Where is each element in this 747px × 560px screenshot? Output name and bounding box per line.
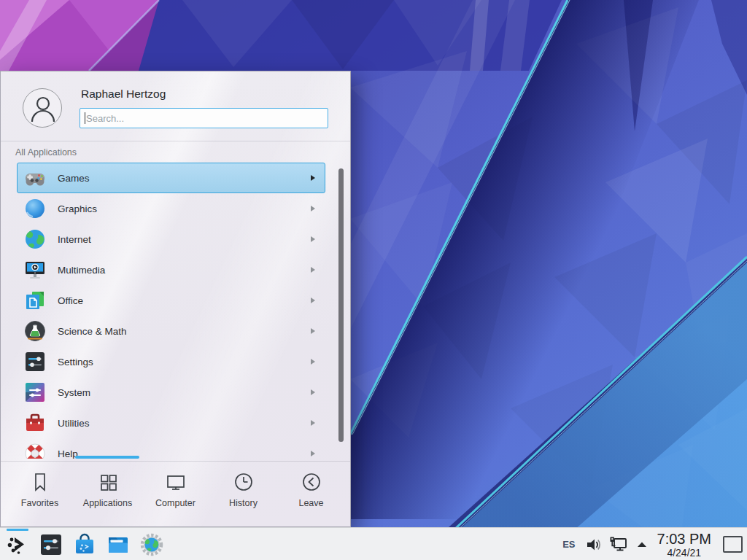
submenu-arrow-icon: [311, 451, 315, 456]
utilities-icon: [23, 411, 47, 435]
tab-label: Leave: [298, 498, 323, 508]
tab-computer[interactable]: Computer: [142, 462, 209, 527]
discover-icon: [73, 533, 96, 556]
digital-clock[interactable]: 7:03 PM 4/24/21: [656, 532, 713, 558]
text-cursor: [85, 112, 85, 124]
user-avatar[interactable]: [23, 88, 62, 128]
category-row-help[interactable]: Help: [17, 438, 325, 459]
active-tab-indicator: [75, 456, 139, 459]
tab-label: Applications: [83, 498, 132, 508]
category-row-graphics[interactable]: Graphics: [17, 193, 325, 224]
user-name: Raphael Hertzog: [81, 88, 166, 101]
category-label: Settings: [58, 357, 93, 368]
submenu-arrow-icon: [311, 267, 315, 273]
category-row-utilities[interactable]: Utilities: [17, 408, 325, 438]
application-launcher-button[interactable]: [6, 528, 29, 560]
scrollbar-thumb[interactable]: [338, 168, 344, 442]
category-label: System: [58, 387, 90, 398]
category-row-multimedia[interactable]: Multimedia: [17, 254, 325, 285]
category-label: Office: [58, 295, 83, 306]
submenu-arrow-icon: [311, 359, 315, 365]
office-icon: [23, 289, 47, 312]
category-row-system[interactable]: System: [17, 377, 325, 408]
application-launcher-menu: Raphael Hertzog All Applications Games: [0, 71, 351, 527]
tab-applications[interactable]: Applications: [74, 462, 142, 527]
system-tray: ES 7:03 PM 4/24/21: [561, 528, 743, 560]
file-manager-button[interactable]: [107, 528, 130, 560]
discover-button[interactable]: [73, 528, 96, 560]
category-label: Graphics: [58, 203, 97, 214]
search-input[interactable]: [80, 108, 328, 128]
submenu-arrow-icon: [311, 389, 315, 395]
graphics-icon: [23, 197, 47, 220]
system-settings-button[interactable]: [39, 528, 63, 560]
expand-tray-icon[interactable]: [635, 538, 649, 551]
computer-icon: [165, 471, 187, 493]
category-row-games[interactable]: Games: [17, 163, 325, 193]
category-row-settings[interactable]: Settings: [17, 346, 325, 377]
category-label: Games: [58, 173, 90, 184]
file-manager-icon: [107, 533, 130, 556]
category-label: Utilities: [58, 418, 90, 429]
tab-history[interactable]: History: [209, 462, 277, 527]
user-icon: [23, 89, 63, 128]
tab-label: Favorites: [21, 498, 58, 508]
science-icon: [23, 319, 47, 343]
category-label: Multimedia: [58, 265, 105, 276]
category-label: Science & Math: [58, 326, 127, 337]
submenu-arrow-icon: [311, 420, 315, 426]
games-icon: [23, 166, 47, 190]
system-icon: [23, 381, 47, 404]
clock-date: 4/24/21: [667, 548, 701, 558]
applications-icon: [97, 471, 119, 493]
internet-icon: [23, 228, 47, 251]
category-row-internet[interactable]: Internet: [17, 224, 325, 254]
search-box: [80, 108, 328, 128]
application-launcher-icon: [6, 533, 29, 556]
web-browser-button[interactable]: [140, 528, 163, 560]
help-icon: [23, 442, 47, 459]
section-label: All Applications: [15, 147, 77, 158]
keyboard-layout-indicator[interactable]: ES: [561, 539, 576, 550]
clock-time: 7:03 PM: [657, 532, 711, 546]
category-row-science-math[interactable]: Science & Math: [17, 316, 325, 346]
category-list: Games Graphics Internet: [1, 163, 335, 459]
category-label: Internet: [58, 234, 91, 245]
multimedia-icon: [23, 258, 47, 281]
volume-icon[interactable]: [584, 536, 602, 553]
leave-icon: [301, 471, 322, 493]
tab-label: History: [229, 498, 258, 508]
network-icon[interactable]: [609, 535, 628, 554]
category-row-office[interactable]: Office: [17, 285, 325, 316]
active-app-indicator: [7, 529, 28, 531]
header-separator: [1, 141, 350, 141]
submenu-arrow-icon: [311, 236, 315, 242]
tab-label: Computer: [155, 498, 196, 508]
web-browser-icon: [140, 533, 163, 556]
submenu-arrow-icon: [311, 206, 315, 211]
show-desktop-button[interactable]: [723, 536, 743, 553]
launcher-tab-bar: Favorites Applications Computer: [6, 462, 345, 527]
submenu-arrow-icon: [311, 328, 315, 334]
settings-icon: [23, 350, 47, 373]
history-icon: [233, 471, 255, 493]
system-settings-icon: [39, 533, 63, 556]
tab-leave[interactable]: Leave: [277, 462, 345, 527]
submenu-arrow-icon: [311, 298, 315, 303]
favorites-icon: [29, 471, 51, 493]
submenu-arrow-icon: [311, 175, 315, 181]
taskbar: ES 7:03 PM 4/24/21: [0, 527, 747, 560]
taskbar-apps: [6, 528, 163, 560]
tab-favorites[interactable]: Favorites: [6, 462, 74, 527]
